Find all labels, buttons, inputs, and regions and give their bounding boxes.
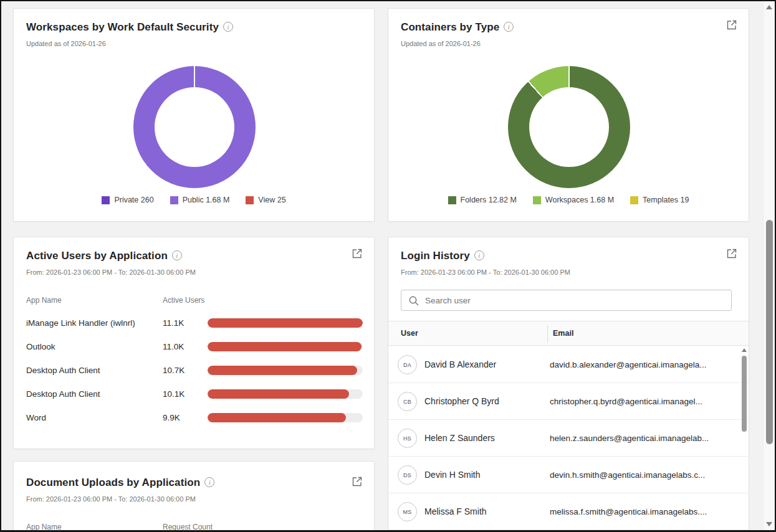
scrollbar-thumb[interactable] xyxy=(742,356,747,432)
legend-item-view[interactable]: View 25 xyxy=(246,196,285,204)
user-name: Devin H Smith xyxy=(424,470,480,480)
bar-fill xyxy=(208,318,363,328)
card-title-text: Login History xyxy=(401,250,470,262)
column-header-app-name: App Name xyxy=(26,523,62,530)
card-containers-type: Containers by Typei Updated as of 2026-0… xyxy=(388,8,749,222)
bar-fill xyxy=(208,389,349,399)
card-title: Active Users by Applicationi xyxy=(26,250,182,262)
info-icon[interactable]: i xyxy=(172,250,182,260)
legend-swatch xyxy=(448,196,456,204)
legend-swatch xyxy=(630,196,638,204)
legend-swatch xyxy=(246,196,254,204)
workspaces-security-donut-chart[interactable] xyxy=(133,66,256,188)
app-usage-row: Word 9.9K xyxy=(26,411,363,424)
donut-hole xyxy=(155,87,234,167)
app-usage-row: Outlook 11.0K xyxy=(26,340,363,353)
login-history-row[interactable]: DA David B Alexander david.b.alexander@a… xyxy=(388,346,749,383)
bar-fill xyxy=(208,413,346,422)
scroll-up-arrow[interactable] xyxy=(766,5,772,9)
login-history-row[interactable]: MS Melissa F Smith melissa.f.smith@agent… xyxy=(388,493,749,530)
legend-label: Folders 12.82 M xyxy=(461,196,517,204)
login-history-row[interactable]: CB Christopher Q Byrd christopher.q.byrd… xyxy=(388,383,749,420)
legend-label: Templates 19 xyxy=(643,196,689,204)
updated-timestamp: Updated as of 2026-01-26 xyxy=(401,40,481,47)
chart-legend: Private 260 Public 1.68 M View 25 xyxy=(14,196,374,204)
legend-item-workspaces[interactable]: Workspaces 1.68 M xyxy=(533,196,614,204)
legend-item-public[interactable]: Public 1.68 M xyxy=(170,196,230,204)
user-name: Christopher Q Byrd xyxy=(424,396,499,406)
legend-label: Private 260 xyxy=(114,196,153,204)
scrollbar-thumb[interactable] xyxy=(766,220,773,444)
login-history-row[interactable]: DS Devin H Smith devin.h.smith@agenticai… xyxy=(388,457,749,493)
card-workspaces-security: Workspaces by Work Default Securityi Upd… xyxy=(13,8,375,222)
card-title-text: Document Uploads by Application xyxy=(26,477,200,488)
legend-item-templates[interactable]: Templates 19 xyxy=(630,196,689,204)
column-header-request-count: Request Count xyxy=(163,523,213,530)
legend-item-private[interactable]: Private 260 xyxy=(102,196,153,204)
legend-label: Workspaces 1.68 M xyxy=(545,196,614,204)
avatar: DA xyxy=(398,355,417,374)
info-icon[interactable]: i xyxy=(204,477,214,487)
legend-label: View 25 xyxy=(258,196,285,204)
column-header-app-name: App Name xyxy=(26,296,62,305)
app-name: Desktop Auth Client xyxy=(26,366,163,375)
app-name: Outlook xyxy=(26,342,163,351)
info-icon[interactable]: i xyxy=(504,22,514,32)
column-header-email: Email xyxy=(553,329,573,338)
info-icon[interactable]: i xyxy=(223,22,233,32)
external-link-icon xyxy=(351,475,363,488)
date-range: From: 2026-01-23 06:00 PM - To: 2026-01-… xyxy=(401,268,570,276)
avatar: CB xyxy=(398,392,417,411)
user-name: Helen Z Saunders xyxy=(424,433,495,443)
column-divider xyxy=(547,325,548,343)
donut-hole xyxy=(529,87,609,167)
open-in-new-window-button[interactable] xyxy=(350,247,364,261)
card-title-text: Containers by Type xyxy=(401,21,499,33)
bar[interactable] xyxy=(208,366,363,375)
bar-fill xyxy=(208,366,357,375)
chart-legend: Folders 12.82 M Workspaces 1.68 M Templa… xyxy=(388,196,749,204)
app-usage-row: Desktop Auth Client 10.7K xyxy=(26,363,363,377)
app-name: Desktop Auth Client xyxy=(26,389,163,399)
card-title: Document Uploads by Applicationi xyxy=(26,477,214,489)
app-usage-row: Desktop Auth Client 10.1K xyxy=(26,387,363,401)
app-name: iManage Link Handler (iwlnrl) xyxy=(26,318,163,328)
open-in-new-window-button[interactable] xyxy=(725,19,739,32)
scroll-up-arrow[interactable] xyxy=(742,348,747,352)
column-header-active-users: Active Users xyxy=(163,296,204,305)
card-document-uploads: Document Uploads by Applicationi From: 2… xyxy=(13,461,375,530)
info-icon[interactable]: i xyxy=(474,250,484,260)
app-name: Word xyxy=(26,413,163,422)
card-title-text: Workspaces by Work Default Security xyxy=(26,21,219,33)
card-title: Containers by Typei xyxy=(401,21,514,34)
bar[interactable] xyxy=(208,413,363,422)
card-title: Login Historyi xyxy=(401,250,484,262)
external-link-icon xyxy=(726,19,738,31)
legend-swatch xyxy=(170,196,178,204)
legend-item-folders[interactable]: Folders 12.82 M xyxy=(448,196,517,204)
user-name: Melissa F Smith xyxy=(424,506,487,516)
active-users-value: 10.7K xyxy=(163,366,208,375)
user-email: david.b.alexander@agenticai.imanagela... xyxy=(550,360,737,369)
bar[interactable] xyxy=(208,342,363,351)
user-name: David B Alexander xyxy=(424,359,496,369)
containers-type-donut-chart[interactable] xyxy=(508,66,630,188)
external-link-icon xyxy=(726,247,738,260)
legend-label: Public 1.68 M xyxy=(183,196,230,204)
scroll-down-arrow[interactable] xyxy=(766,522,772,526)
bar[interactable] xyxy=(208,318,363,328)
open-in-new-window-button[interactable] xyxy=(725,247,739,261)
column-header-user: User xyxy=(401,329,418,338)
search-user-input[interactable] xyxy=(424,291,727,310)
login-table-header: User Email xyxy=(388,321,749,346)
card-title: Workspaces by Work Default Securityi xyxy=(26,21,233,34)
bar[interactable] xyxy=(208,389,363,399)
login-history-row[interactable]: HS Helen Z Saunders helen.z.saunders@age… xyxy=(388,420,749,457)
page-scrollbar xyxy=(763,1,775,530)
login-list-scrollbar xyxy=(741,344,747,530)
open-in-new-window-button[interactable] xyxy=(350,475,364,489)
user-email: helen.z.saunders@agenticai.imanagelab... xyxy=(550,434,737,443)
date-range: From: 2026-01-23 06:00 PM - To: 2026-01-… xyxy=(26,268,196,276)
user-search-box xyxy=(401,290,732,311)
avatar: HS xyxy=(398,429,417,448)
